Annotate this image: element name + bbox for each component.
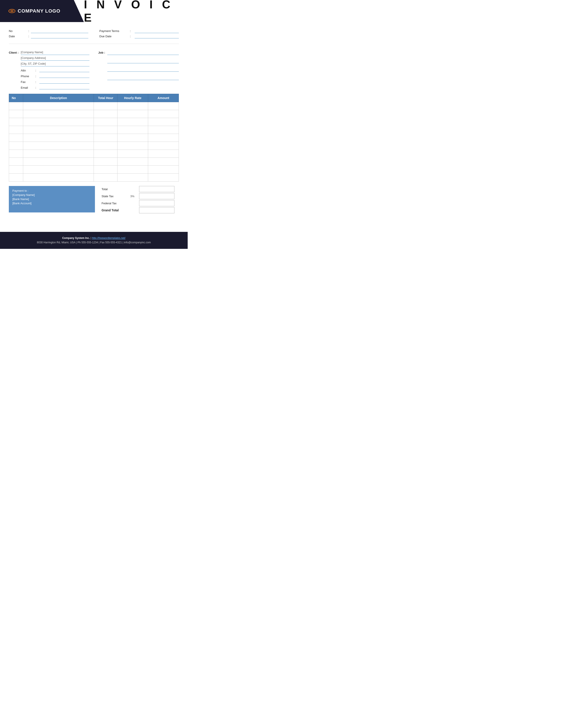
cell-r4-c3[interactable] (117, 134, 148, 142)
cell-r7-c1[interactable] (23, 158, 94, 166)
invoice-title: I N V O I C E (84, 0, 179, 24)
cell-r5-c0[interactable] (9, 142, 23, 150)
cell-r0-c1[interactable] (23, 102, 94, 110)
due-date-field[interactable] (135, 34, 179, 38)
cell-r7-c4[interactable] (148, 158, 179, 166)
cell-r6-c3[interactable] (117, 150, 148, 158)
table-row[interactable] (9, 110, 179, 118)
footer-line-2: 8030 Harrington Rd, Miami, USA | Ph 555-… (9, 240, 179, 245)
job-field-4[interactable] (107, 76, 179, 80)
cell-r7-c2[interactable] (94, 158, 117, 166)
table-row[interactable] (9, 166, 179, 174)
col-total-hour: Total Hour (94, 94, 117, 102)
cell-r3-c4[interactable] (148, 126, 179, 134)
date-field[interactable] (31, 34, 88, 38)
cell-r4-c2[interactable] (94, 134, 117, 142)
cell-r9-c0[interactable] (9, 174, 23, 182)
city-value: [City, ST, ZIP Code] (21, 62, 46, 65)
cell-r8-c3[interactable] (117, 166, 148, 174)
cell-r2-c2[interactable] (94, 118, 117, 126)
cell-r0-c0[interactable] (9, 102, 23, 110)
federal-tax-row: Federal Tax (102, 200, 179, 206)
fax-colon: : (35, 80, 38, 84)
email-field[interactable] (39, 85, 89, 89)
cell-r6-c1[interactable] (23, 150, 94, 158)
email-row: Email : (21, 85, 89, 89)
divider-1 (9, 44, 179, 44)
cell-r9-c3[interactable] (117, 174, 148, 182)
cell-r8-c2[interactable] (94, 166, 117, 174)
cell-r3-c2[interactable] (94, 126, 117, 134)
date-colon: : (26, 35, 31, 38)
cell-r1-c3[interactable] (117, 110, 148, 118)
cell-r7-c3[interactable] (117, 158, 148, 166)
cell-r6-c2[interactable] (94, 150, 117, 158)
cell-r6-c0[interactable] (9, 150, 23, 158)
cell-r5-c4[interactable] (148, 142, 179, 150)
table-row[interactable] (9, 134, 179, 142)
footer-website[interactable]: http://freewordtemplates.net/ (92, 236, 125, 240)
payment-account: [Bank Account] (12, 202, 91, 205)
table-row[interactable] (9, 174, 179, 182)
cell-r9-c2[interactable] (94, 174, 117, 182)
table-row[interactable] (9, 142, 179, 150)
cell-r7-c0[interactable] (9, 158, 23, 166)
total-label: Total (102, 188, 130, 191)
payment-company: [Company Name] (12, 193, 91, 197)
cell-r5-c2[interactable] (94, 142, 117, 150)
invoice-title-section: I N V O I C E (84, 0, 188, 22)
cell-r2-c3[interactable] (117, 118, 148, 126)
fax-field[interactable] (39, 79, 89, 84)
cell-r3-c0[interactable] (9, 126, 23, 134)
cell-r1-c2[interactable] (94, 110, 117, 118)
city-field[interactable]: [City, ST, ZIP Code] (21, 62, 89, 66)
cell-r1-c4[interactable] (148, 110, 179, 118)
cell-r9-c1[interactable] (23, 174, 94, 182)
cell-r8-c0[interactable] (9, 166, 23, 174)
table-row[interactable] (9, 150, 179, 158)
payment-bank: [Bank Name] (12, 197, 91, 201)
info-row-date: Date : Due Date : (9, 34, 179, 38)
page-header: COMPANY LOGO I N V O I C E (0, 0, 188, 22)
table-header: No Description Total Hour Hourly Rate Am… (9, 94, 179, 102)
cell-r2-c0[interactable] (9, 118, 23, 126)
table-row[interactable] (9, 102, 179, 110)
job-area: Job : (98, 51, 179, 89)
job-field-2[interactable] (107, 59, 179, 63)
company-logo: COMPANY LOGO (7, 7, 60, 15)
cell-r4-c4[interactable] (148, 134, 179, 142)
cell-r5-c1[interactable] (23, 142, 94, 150)
cell-r1-c0[interactable] (9, 110, 23, 118)
cell-r0-c4[interactable] (148, 102, 179, 110)
phone-field[interactable] (39, 73, 89, 78)
cell-r8-c4[interactable] (148, 166, 179, 174)
company-name-field[interactable]: [Company Name] (21, 51, 89, 55)
cell-r0-c2[interactable] (94, 102, 117, 110)
table-row[interactable] (9, 158, 179, 166)
cell-r3-c1[interactable] (23, 126, 94, 134)
cell-r6-c4[interactable] (148, 150, 179, 158)
col-amount: Amount (148, 94, 179, 102)
cell-r0-c3[interactable] (117, 102, 148, 110)
cell-r2-c1[interactable] (23, 118, 94, 126)
grand-total-input[interactable] (139, 207, 174, 213)
federal-tax-input[interactable] (139, 200, 174, 206)
cell-r9-c4[interactable] (148, 174, 179, 182)
cell-r5-c3[interactable] (117, 142, 148, 150)
job-field-3[interactable] (107, 67, 179, 72)
cell-r8-c1[interactable] (23, 166, 94, 174)
table-row[interactable] (9, 118, 179, 126)
total-input[interactable] (139, 186, 174, 192)
attn-field[interactable] (39, 68, 89, 72)
cell-r4-c0[interactable] (9, 134, 23, 142)
no-field[interactable] (31, 29, 88, 33)
cell-r1-c1[interactable] (23, 110, 94, 118)
cell-r3-c3[interactable] (117, 126, 148, 134)
company-address-field[interactable]: [Company Address] (21, 56, 89, 61)
cell-r2-c4[interactable] (148, 118, 179, 126)
job-field-1[interactable] (107, 51, 179, 55)
table-row[interactable] (9, 126, 179, 134)
state-tax-input[interactable] (139, 193, 174, 199)
payment-terms-field[interactable] (135, 29, 179, 33)
cell-r4-c1[interactable] (23, 134, 94, 142)
